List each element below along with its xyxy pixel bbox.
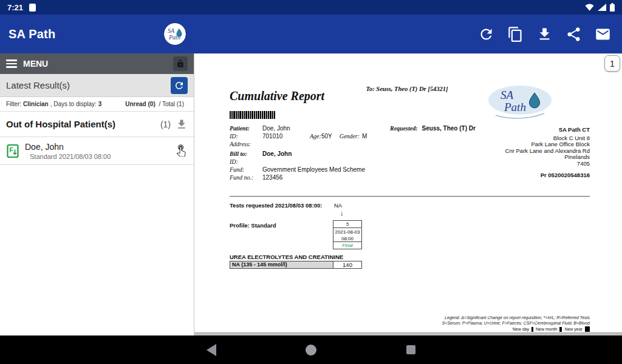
gender-label: Gender:: [340, 132, 360, 140]
fund-value: Government Employees Med Scheme: [262, 166, 365, 174]
divider: [230, 196, 590, 197]
android-nav-bar: [0, 335, 622, 364]
svg-text:F: F: [10, 147, 13, 153]
filter-clinician: Clinician: [23, 101, 49, 107]
age-value: 50Y: [321, 132, 332, 140]
lab-address-line: 7405: [505, 161, 590, 167]
section-title: Out of Hospital Patient(s): [6, 119, 115, 129]
legend-line-2: S=Serum; P=Plasma; U=Urine; F=Faeces; CS…: [442, 321, 590, 326]
menu-bar[interactable]: MENU: [0, 53, 194, 74]
newyear-bar-icon: [585, 326, 590, 332]
lab-practice-number: Pr 0520020548316: [505, 172, 590, 179]
svg-text:Path: Path: [504, 101, 526, 113]
unread-count: Unread (0): [125, 101, 155, 107]
total-count: / Total (1): [159, 101, 185, 107]
back-button[interactable]: [205, 343, 218, 357]
legend-line-1: Legend: Δ=Significant Change on report r…: [442, 315, 590, 321]
status-bar: 7:21: [0, 0, 622, 15]
menu-label: MENU: [23, 59, 48, 69]
billto-value: Doe, John: [262, 150, 292, 158]
refresh-results-button[interactable]: [171, 77, 188, 94]
signal-icon: [598, 4, 606, 11]
newmonth-bar-icon: [559, 327, 562, 332]
svg-text:SA: SA: [501, 89, 514, 101]
copy-icon[interactable]: [507, 26, 524, 42]
latest-results-label: Latest Result(s): [6, 80, 70, 90]
status-left: 7:21: [7, 3, 36, 12]
screenshot-icon: [29, 4, 36, 12]
gender-value: M: [362, 132, 367, 140]
id2-label: ID:: [230, 158, 262, 166]
age-label: Age:: [310, 132, 321, 140]
lock-icon: [176, 59, 185, 68]
content: MENU Latest Result(s) Filter: Clinician …: [0, 53, 622, 335]
billto-label: Bill to:: [230, 150, 262, 158]
section-count: (1): [160, 120, 171, 129]
column-status: Final: [333, 241, 362, 249]
app-title: SA Path: [9, 27, 55, 41]
status-right: [585, 3, 615, 12]
column-date: 2021-08-03: [333, 229, 361, 235]
patient-value: Doe, John: [262, 124, 290, 132]
page-bottom-edge: [194, 332, 622, 335]
refresh-icon[interactable]: [478, 26, 494, 42]
patient-info-block: Patient: Doe, John ID: 701010 Age: 50Y G…: [230, 124, 390, 181]
lab-address-line: Pinelands: [505, 154, 590, 161]
filter-days-label: , Days to display:: [50, 101, 97, 107]
result-test-name: NA (135 - 145 mmol/l): [230, 261, 333, 269]
legend-newday-label: New day: [513, 327, 529, 331]
result-test-value: 140: [333, 261, 362, 269]
hand-pointer-icon: [174, 143, 188, 159]
patient-list-item[interactable]: F Doe, John Standard 2021/08/03 08:00: [0, 137, 194, 165]
legend-newyear-label: New year: [564, 327, 583, 331]
patient-texts: Doe, John Standard 2021/08/03 08:00: [25, 142, 111, 160]
lab-address-line: Park Lane Office Block: [505, 141, 590, 148]
email-icon[interactable]: [595, 26, 611, 42]
id-value: 701010: [262, 132, 310, 140]
report-viewer[interactable]: 1 To: Seuss, Theo (T) Dr [54321] Cumulat…: [194, 53, 622, 335]
svg-text:SA: SA: [168, 27, 175, 34]
lab-name: SA Path CT: [505, 127, 590, 133]
file-result-icon: F: [6, 144, 19, 158]
download-icon[interactable]: [536, 26, 553, 42]
fund-label: Fund:: [230, 166, 262, 174]
result-column-header: 5 2021-08-03 08:00 Final: [333, 220, 362, 249]
battery-icon: [610, 3, 615, 12]
report-page: To: Seuss, Theo (T) Dr [54321] Cumulativ…: [194, 54, 622, 335]
sidebar-empty-area: [0, 165, 194, 335]
sidebar: MENU Latest Result(s) Filter: Clinician …: [0, 53, 194, 335]
down-arrow-icon: ↓: [340, 209, 344, 217]
tests-requested-value: NA: [334, 202, 342, 209]
filter-days-value: 3: [98, 101, 102, 107]
hamburger-icon[interactable]: [6, 59, 17, 68]
lab-address-block: SA Path CT Block C Unit 8 Park Lane Offi…: [505, 127, 590, 179]
download-icon[interactable]: [176, 118, 188, 130]
section-out-of-hospital[interactable]: Out of Hospital Patient(s) (1): [0, 112, 194, 137]
panel-title: UREA ELECTROLYTES AND CREATININE: [230, 254, 343, 260]
home-button[interactable]: [304, 343, 318, 357]
filter-counts: Unread (0) / Total (1): [125, 101, 186, 107]
fundno-label: Fund no.:: [230, 174, 262, 181]
id-label: ID:: [230, 132, 262, 140]
filter-row[interactable]: Filter: Clinician , Days to display: 3 U…: [0, 97, 194, 112]
screen: 7:21 SA Path SA Path: [0, 0, 622, 364]
column-datetime: 2021-08-03 08:00: [333, 228, 362, 242]
app-actions: [478, 26, 613, 42]
share-icon[interactable]: [566, 26, 582, 42]
fundno-value: 123456: [262, 174, 282, 181]
report-legend: Legend: Δ=Significant Change on report r…: [442, 315, 590, 326]
barcode: [230, 111, 276, 119]
home-icon: [306, 345, 316, 356]
recents-button[interactable]: [404, 343, 417, 357]
section-right: (1): [160, 118, 188, 130]
lock-button[interactable]: [173, 56, 188, 71]
newday-bar-icon: [531, 327, 533, 332]
status-time: 7:21: [7, 3, 23, 12]
report-title: Cumulative Report: [230, 89, 324, 103]
patient-detail: Standard 2021/08/03 08:00: [25, 153, 111, 160]
address-label: Address:: [230, 140, 262, 148]
patient-name: Doe, John: [25, 142, 111, 152]
app-bar: SA Path SA Path: [0, 15, 622, 53]
sa-path-logo-icon: SA Path: [164, 23, 186, 45]
wifi-icon: [585, 4, 594, 11]
